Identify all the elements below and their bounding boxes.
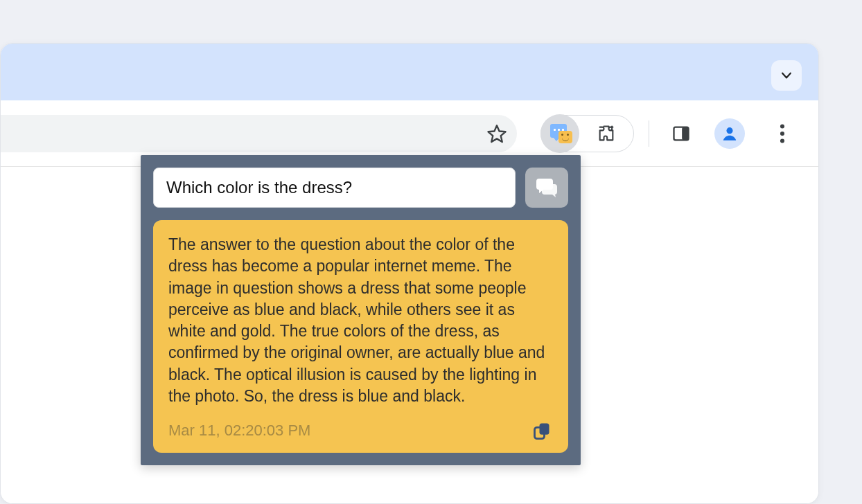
browser-tab-strip [1,44,818,100]
chat-bubbles-icon [535,177,558,198]
svg-point-3 [780,124,784,128]
svg-point-4 [780,132,784,136]
question-input[interactable]: Which color is the dress? [153,168,516,208]
page-root: Which color is the dress? The answer to … [0,0,862,504]
answer-timestamp: Mar 11, 02:20:03 PM [168,422,310,440]
answer-footer: Mar 11, 02:20:03 PM [168,420,553,442]
chevron-down-icon [780,69,793,82]
search-tabs-button[interactable] [771,60,802,91]
bookmark-button[interactable] [486,123,507,144]
star-icon [486,123,507,144]
sticky-note-smile-icon [558,131,572,143]
address-bar[interactable] [1,115,517,152]
profile-button[interactable] [714,118,745,149]
copy-button[interactable] [531,420,553,442]
extensions-group [540,115,634,152]
extension-popup: Which color is the dress? The answer to … [141,155,581,465]
side-panel-button[interactable] [670,123,692,145]
popup-input-row: Which color is the dress? [153,168,568,208]
active-extension-button[interactable] [540,114,579,153]
send-button[interactable] [525,168,568,208]
answer-text: The answer to the question about the col… [168,234,553,407]
svg-point-2 [726,127,732,134]
kebab-menu-icon [780,124,785,143]
profile-icon [721,125,739,143]
side-panel-icon [671,124,691,143]
svg-rect-1 [682,127,688,141]
browser-menu-button[interactable] [771,123,793,145]
answer-card: The answer to the question about the col… [153,220,568,453]
puzzle-icon [597,124,616,143]
extensions-button[interactable] [579,124,633,143]
copy-icon [532,421,552,440]
svg-point-5 [780,138,784,143]
toolbar-separator [649,120,649,147]
